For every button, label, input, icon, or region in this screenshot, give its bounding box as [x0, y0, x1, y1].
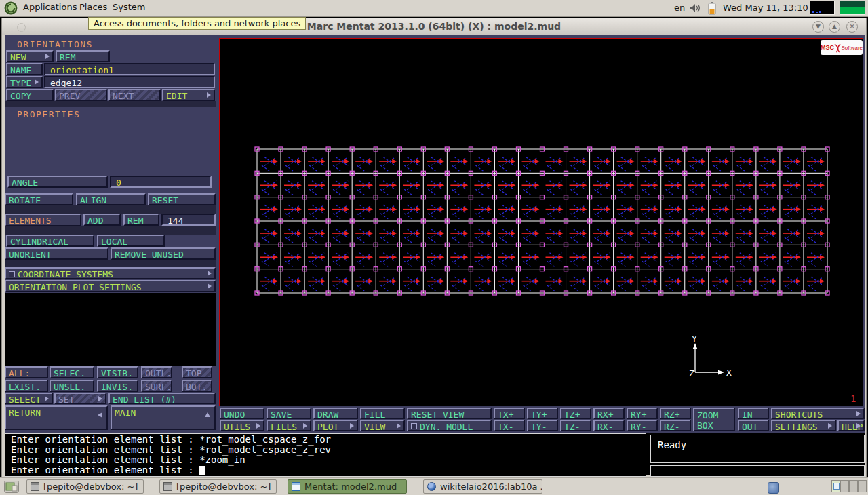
svg-text:Z: Z — [689, 368, 694, 378]
graphics-viewport[interactable]: YXZ MSC Software 1 — [216, 35, 865, 406]
reset-view-button[interactable]: RESET VIEW — [407, 408, 492, 419]
copy-button[interactable]: COPY — [6, 89, 54, 101]
select-button[interactable]: SELECT — [5, 393, 53, 404]
reset-button[interactable]: RESET — [148, 193, 216, 205]
clock[interactable]: Wed May 11, 13:10 — [723, 3, 808, 13]
menu-applications[interactable]: Applications — [23, 2, 77, 12]
elements-rem-button[interactable]: REM — [123, 214, 159, 226]
transform-rz-minus-button[interactable]: RZ- — [660, 420, 691, 431]
checkbox-icon — [411, 423, 417, 429]
submenu-arrow-icon — [856, 411, 861, 416]
main-button[interactable]: MAIN — [111, 405, 216, 430]
coordinate-systems-button[interactable]: COORDINATE SYSTEMS — [5, 267, 216, 279]
cpu-monitor-applet[interactable] — [840, 1, 865, 15]
transform-tx-minus-button[interactable]: TX- — [494, 420, 525, 431]
menu-system[interactable]: System — [113, 2, 145, 12]
maximize-button[interactable]: ▲ — [829, 21, 840, 33]
save-button[interactable]: SAVE — [267, 408, 311, 419]
mesh-plot: YXZ — [220, 39, 863, 406]
submenu-arrow-icon — [256, 423, 260, 429]
transform-rx-plus-button[interactable]: RX+ — [593, 408, 625, 419]
console-line: Enter orientation element list : *rot_mo… — [11, 435, 646, 445]
workspace-2[interactable] — [840, 480, 849, 492]
msc-logo-x-icon — [834, 43, 841, 53]
transform-ty-plus-button[interactable]: TY+ — [527, 408, 558, 419]
submenu-arrow-icon — [397, 423, 401, 429]
name-label[interactable]: NAME — [6, 63, 43, 75]
filter-invis-button[interactable]: INVIS. — [97, 380, 138, 392]
distribution-logo-icon[interactable] — [4, 1, 18, 18]
type-button[interactable]: TYPE — [6, 76, 43, 88]
workspace-1[interactable] — [831, 480, 840, 492]
viewport-canvas[interactable]: YXZ MSC Software 1 — [219, 38, 863, 407]
angle-field[interactable]: 0 — [110, 176, 212, 188]
filter-selec-button[interactable]: SELEC. — [50, 366, 94, 378]
end-list-button[interactable]: END LIST (#) — [108, 393, 216, 404]
transform-rz-plus-button[interactable]: RZ+ — [660, 408, 691, 419]
help-button[interactable]: HELP — [837, 420, 865, 431]
system-monitor-applet[interactable] — [810, 1, 835, 15]
workspace-3[interactable] — [849, 480, 858, 492]
close-button[interactable]: ✕ — [846, 21, 858, 33]
type-field[interactable]: edge12 — [44, 76, 215, 88]
filter-unsel-button[interactable]: UNSEL. — [50, 380, 94, 392]
transform-rx-minus-button[interactable]: RX- — [593, 420, 625, 431]
files-button[interactable]: FILES — [267, 420, 311, 431]
zoom-out-button[interactable]: OUT — [738, 420, 769, 431]
new-button[interactable]: NEW — [6, 50, 54, 62]
draw-button[interactable]: DRAW — [313, 408, 358, 419]
tray-icon[interactable] — [768, 482, 779, 494]
view-button[interactable]: VIEW — [360, 420, 405, 431]
transform-ry-plus-button[interactable]: RY+ — [627, 408, 658, 419]
dyn-model-button[interactable]: DYN. MODEL — [407, 420, 492, 431]
taskbar-item[interactable]: [pepito@debvbox: ~] — [26, 479, 144, 494]
elements-count-field[interactable]: 144 — [161, 214, 216, 226]
settings-button[interactable]: SETTINGS — [771, 420, 836, 431]
show-desktop-icon[interactable] — [4, 481, 19, 495]
battery-icon[interactable] — [708, 2, 716, 18]
command-console[interactable]: Enter orientation element list : *rot_mo… — [5, 433, 646, 477]
taskbar-item[interactable]: [pepito@debvbox: ~] — [159, 479, 277, 494]
taskbar-item[interactable]: Mentat: model2.mud — [288, 479, 407, 494]
menu-places[interactable]: Places — [79, 2, 107, 12]
angle-button[interactable]: ANGLE — [7, 176, 108, 188]
transform-tz-plus-button[interactable]: TZ+ — [560, 408, 591, 419]
submenu-arrow-icon — [856, 423, 861, 429]
zoom-in-button[interactable]: IN — [738, 408, 769, 419]
transform-ry-minus-button[interactable]: RY- — [627, 420, 658, 431]
unorient-button[interactable]: UNORIENT — [5, 248, 108, 260]
plot-button[interactable]: PLOT — [313, 420, 358, 431]
filter-visib-button[interactable]: VISIB. — [97, 366, 138, 378]
elements-add-button[interactable]: ADD — [83, 214, 121, 226]
separator — [5, 205, 216, 214]
filter-exist-button[interactable]: EXIST. — [5, 380, 48, 392]
rotate-button[interactable]: ROTATE — [5, 193, 73, 205]
submenu-arrow-icon — [208, 283, 212, 289]
local-button[interactable]: LOCAL — [97, 235, 165, 247]
zoom-box-button[interactable]: ZOOMBOX — [693, 408, 735, 431]
return-button[interactable]: RETURN — [5, 405, 108, 430]
transform-ty-minus-button[interactable]: TY- — [527, 420, 558, 431]
utils-button[interactable]: UTILS — [220, 420, 264, 431]
orientation-plot-settings-button[interactable]: ORIENTATION PLOT SETTINGS — [5, 280, 216, 292]
transform-tx-plus-button[interactable]: TX+ — [494, 408, 525, 419]
volume-icon[interactable] — [689, 3, 701, 16]
svg-text:X: X — [726, 368, 732, 378]
workspace-4[interactable] — [858, 480, 867, 492]
fill-button[interactable]: FILL — [360, 408, 405, 419]
name-field[interactable]: orientation1 — [44, 63, 215, 75]
shortcuts-button[interactable]: SHORTCUTS — [771, 408, 865, 419]
submenu-arrow-icon — [350, 423, 354, 429]
back-arrow-icon — [98, 412, 102, 418]
edit-button[interactable]: EDIT — [162, 89, 215, 101]
cylindrical-button[interactable]: CYLINDRICAL — [6, 235, 94, 247]
align-button[interactable]: ALIGN — [76, 193, 146, 205]
transform-tz-minus-button[interactable]: TZ- — [560, 420, 591, 431]
keyboard-layout-indicator[interactable]: en — [674, 3, 685, 13]
undo-button[interactable]: UNDO — [220, 408, 264, 419]
rem-button[interactable]: REM — [56, 50, 110, 62]
filter-all-button[interactable]: ALL: — [5, 366, 48, 378]
minimize-button[interactable]: ▼ — [812, 21, 824, 33]
remove-unused-button[interactable]: REMOVE UNUSED — [111, 248, 216, 260]
taskbar-item[interactable]: wikitelaio2016:lab10a ... — [423, 479, 542, 494]
